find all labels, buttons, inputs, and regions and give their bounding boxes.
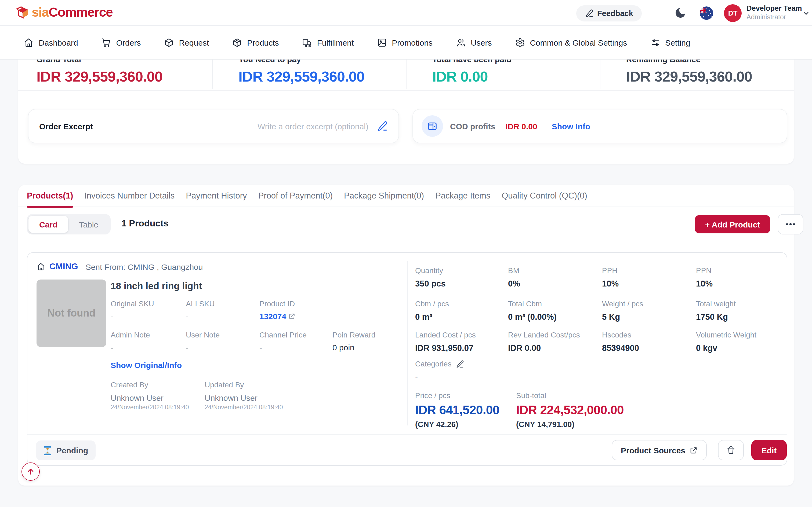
edit-categories-icon[interactable] bbox=[456, 360, 464, 368]
tab-payment-history[interactable]: Payment History bbox=[186, 185, 247, 207]
tab-proof-of-payment[interactable]: Proof of Payment(0) bbox=[258, 185, 333, 207]
language-flag-icon[interactable] bbox=[700, 6, 713, 20]
divider bbox=[407, 261, 408, 426]
summary-value: IDR 329,559,360.00 bbox=[239, 69, 401, 85]
tab-products[interactable]: Products(1) bbox=[27, 185, 73, 207]
edit-excerpt-icon[interactable] bbox=[377, 121, 388, 131]
field-user-note: User Note - bbox=[186, 331, 259, 352]
feedback-pencil-icon bbox=[585, 9, 594, 18]
stat-landed-cost: Landed Cost / pcsIDR 931,950.07 bbox=[415, 331, 508, 353]
more-options-button[interactable] bbox=[778, 214, 803, 234]
stat-total-cbm: Total Cbm0 m³ (0.00%) bbox=[508, 299, 602, 322]
add-product-button[interactable]: + Add Product bbox=[695, 215, 770, 233]
scroll-to-top-button[interactable] bbox=[21, 462, 40, 481]
supplier-link[interactable]: CMING bbox=[49, 262, 78, 272]
nav-label: Common & Global Settings bbox=[530, 38, 627, 47]
view-toggle-table[interactable]: Table bbox=[68, 216, 109, 233]
field-channel-price: Channel Price - bbox=[259, 331, 333, 352]
home-icon bbox=[37, 262, 45, 271]
show-info-link[interactable]: Show Info bbox=[552, 121, 590, 131]
top-header-bar: siaCommerce Feedback DT bbox=[0, 0, 812, 26]
summary-value: IDR 329,559,360.00 bbox=[626, 69, 789, 85]
cod-profits-label: COD profits bbox=[450, 121, 495, 131]
chevron-down-icon[interactable] bbox=[802, 10, 810, 17]
created-updated-row: Created By Unknown User 24/November/2024… bbox=[111, 380, 299, 410]
nav-item-products[interactable]: Products bbox=[232, 37, 279, 48]
show-original-info-link[interactable]: Show Original/Info bbox=[111, 360, 182, 370]
stat-rev-landed-cost: Rev Landed Cost/pcsIDR 0.00 bbox=[508, 331, 602, 353]
price-per-pcs-cny: (CNY 42.26) bbox=[415, 420, 516, 429]
product-id-link[interactable]: 132074 bbox=[259, 312, 397, 321]
field-ali-sku: ALI SKU - bbox=[186, 299, 259, 321]
order-excerpt-label: Order Excerpt bbox=[39, 121, 93, 131]
field-admin-note: Admin Note - bbox=[111, 331, 186, 352]
dark-mode-moon-icon[interactable] bbox=[674, 6, 687, 19]
product-fields-row2: Admin Note - User Note - Channel Price -… bbox=[111, 331, 397, 352]
logo-box-icon bbox=[16, 5, 31, 19]
nav-item-orders[interactable]: Orders bbox=[101, 37, 141, 48]
arrow-up-icon bbox=[26, 467, 35, 476]
tab-package-shipment[interactable]: Package Shipment(0) bbox=[344, 185, 424, 207]
truck-icon bbox=[302, 37, 312, 48]
user-avatar[interactable]: DT bbox=[724, 4, 742, 22]
stat-pph: PPH10% bbox=[602, 266, 696, 289]
logo-text: siaCommerce bbox=[32, 5, 113, 20]
divider bbox=[18, 90, 794, 91]
updated-by-date: 24/November/2024 08:19:40 bbox=[205, 404, 299, 410]
nav-item-fulfillment[interactable]: Fulfillment bbox=[302, 37, 354, 48]
view-toggle-card[interactable]: Card bbox=[29, 216, 68, 233]
stat-ppn: PPN10% bbox=[696, 266, 788, 289]
nav-item-promotions[interactable]: Promotions bbox=[377, 37, 433, 48]
summary-value: IDR 0.00 bbox=[432, 69, 595, 85]
nav-item-setting[interactable]: Setting bbox=[650, 37, 690, 48]
created-by-user: Unknown User bbox=[111, 393, 205, 402]
nav-item-common-global-settings[interactable]: Common & Global Settings bbox=[515, 37, 627, 48]
product-card-footer: Pending Product Sources Edit bbox=[28, 434, 787, 466]
sliders-icon bbox=[650, 37, 660, 48]
cube-icon bbox=[232, 37, 242, 48]
stats-row-3: Landed Cost / pcsIDR 931,950.07 Rev Land… bbox=[415, 331, 788, 353]
stat-quantity: Quantity350 pcs bbox=[415, 266, 508, 289]
nav-item-request[interactable]: Request bbox=[164, 37, 209, 48]
stat-weight-pcs: Weight / pcs5 Kg bbox=[602, 299, 696, 322]
nav-item-users[interactable]: Users bbox=[456, 37, 492, 48]
subtotal: Sub-total IDR 224,532,000.00 (CNY 14,791… bbox=[516, 391, 624, 429]
nav-item-dashboard[interactable]: Dashboard bbox=[23, 37, 78, 48]
order-detail-tabs-section: Products(1) Invoices Number Details Paym… bbox=[18, 185, 794, 486]
user-menu[interactable]: Developer Team Administrator bbox=[747, 4, 802, 21]
nav-label: Orders bbox=[116, 38, 141, 47]
tab-package-items[interactable]: Package Items bbox=[435, 185, 490, 207]
trash-icon bbox=[726, 445, 736, 455]
order-excerpt-input[interactable] bbox=[207, 121, 368, 131]
hourglass-icon bbox=[44, 446, 52, 455]
stats-row-1: Quantity350 pcs BM0% PPH10% PPN10% bbox=[415, 266, 788, 289]
product-card: CMING Sent From: CMING , Guangzhou Not f… bbox=[27, 252, 787, 466]
created-by-date: 24/November/2024 08:19:40 bbox=[111, 404, 205, 410]
products-toolbar: Card Table 1 Products + Add Product bbox=[18, 207, 794, 240]
stat-total-weight: Total weight1750 Kg bbox=[696, 299, 788, 322]
order-summary-card: Grand Total IDR 329,559,360.00 You Need … bbox=[18, 46, 794, 164]
subtotal-value: IDR 224,532,000.00 bbox=[516, 403, 624, 417]
image-not-found-label: Not found bbox=[47, 307, 95, 319]
gear-icon bbox=[515, 37, 525, 48]
main-navigation: Dashboard Orders Request Products Fulfil… bbox=[0, 26, 812, 60]
stat-hscodes: Hscodes85394900 bbox=[602, 331, 696, 353]
ellipsis-icon bbox=[786, 223, 795, 225]
product-sources-button[interactable]: Product Sources bbox=[612, 440, 707, 460]
image-icon bbox=[377, 37, 387, 48]
wallet-icon bbox=[421, 115, 443, 137]
box-icon bbox=[164, 37, 174, 48]
tab-quality-control[interactable]: Quality Control (QC)(0) bbox=[502, 185, 587, 207]
products-count: 1 Products bbox=[121, 218, 169, 229]
nav-label: Products bbox=[247, 38, 279, 47]
view-toggle: Card Table bbox=[27, 214, 111, 234]
edit-product-button[interactable]: Edit bbox=[751, 440, 787, 460]
tab-invoices-number-details[interactable]: Invoices Number Details bbox=[84, 185, 174, 207]
created-by-block: Created By Unknown User 24/November/2024… bbox=[111, 380, 205, 410]
feedback-button[interactable]: Feedback bbox=[576, 5, 642, 21]
delete-product-button[interactable] bbox=[718, 440, 744, 460]
user-name: Developer Team bbox=[747, 4, 802, 12]
external-link-icon bbox=[288, 313, 295, 320]
asiacommerce-logo[interactable]: siaCommerce bbox=[16, 5, 113, 20]
cart-icon bbox=[101, 37, 111, 48]
